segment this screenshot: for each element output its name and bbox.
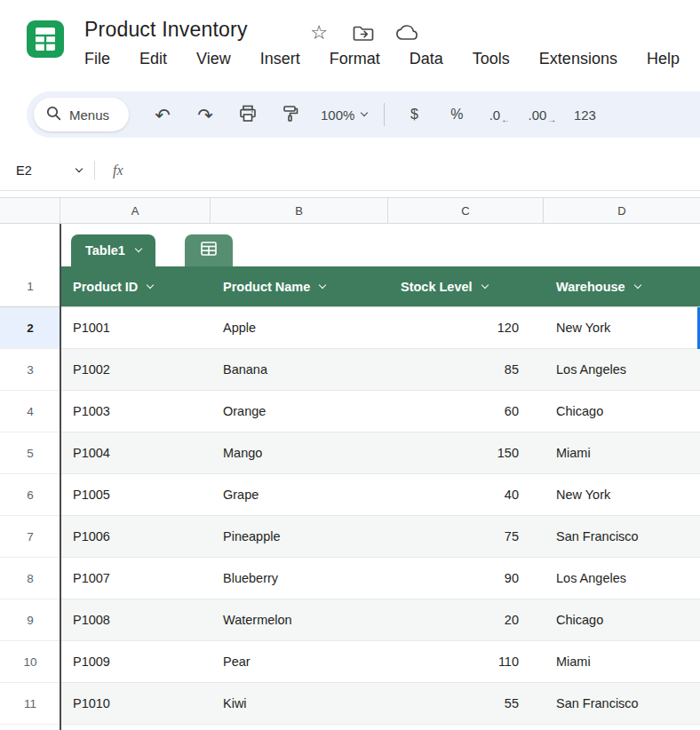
header-warehouse[interactable]: Warehouse xyxy=(544,266,700,307)
chevron-down-icon xyxy=(147,281,154,288)
fx-formula-input[interactable]: fx xyxy=(113,163,123,179)
cell-product-name[interactable]: Mango xyxy=(211,432,388,474)
menu-insert[interactable]: Insert xyxy=(260,50,300,68)
cell-product-id[interactable]: P1004 xyxy=(60,432,211,474)
select-all-corner[interactable] xyxy=(0,198,60,223)
menu-edit[interactable]: Edit xyxy=(139,50,167,68)
cell-product-id[interactable]: P1002 xyxy=(60,349,211,391)
cell-product-name[interactable]: Pear xyxy=(211,641,388,683)
cell-warehouse[interactable]: Miami xyxy=(544,432,700,474)
menu-data[interactable]: Data xyxy=(410,50,443,68)
cell-product-name[interactable]: Apple xyxy=(211,307,388,349)
row-header-9[interactable]: 9 xyxy=(0,599,60,641)
cell-warehouse[interactable]: San Francisco xyxy=(544,683,700,725)
toolbar-divider xyxy=(384,103,385,126)
zoom-selector[interactable]: 100% xyxy=(312,97,376,132)
cell-stock-level[interactable]: 75 xyxy=(388,516,544,558)
cell-stock-level[interactable]: 120 xyxy=(388,307,544,349)
row-header-2[interactable]: 2 xyxy=(0,307,60,349)
name-box[interactable]: E2 xyxy=(0,163,94,178)
row-header-8[interactable]: 8 xyxy=(0,558,60,599)
cell-stock-level[interactable]: 40 xyxy=(388,474,544,516)
cell-warehouse[interactable]: Los Angeles xyxy=(544,349,700,391)
cell-warehouse[interactable]: Miami xyxy=(544,641,700,683)
row-header-4[interactable]: 4 xyxy=(0,391,60,432)
row-header-3[interactable]: 3 xyxy=(0,349,60,391)
column-header-b[interactable]: B xyxy=(211,198,388,223)
sheets-logo-icon[interactable] xyxy=(27,20,64,58)
row-header-10[interactable]: 10 xyxy=(0,641,60,683)
print-button[interactable] xyxy=(227,97,269,132)
cell-product-name[interactable]: Blueberry xyxy=(211,558,388,599)
redo-button[interactable]: ↷ xyxy=(184,97,227,132)
cell-stock-level[interactable]: 150 xyxy=(388,432,544,474)
cell-warehouse[interactable]: New York xyxy=(544,307,700,349)
decrease-decimal-button[interactable]: .0 ← xyxy=(478,97,521,132)
table-name-tab[interactable]: Table1 xyxy=(71,234,155,266)
cell-product-id[interactable]: P1003 xyxy=(60,391,211,432)
document-title[interactable]: Product Inventory xyxy=(84,18,248,42)
cell-warehouse[interactable]: Chicago xyxy=(544,391,700,432)
menu-help[interactable]: Help xyxy=(647,50,680,68)
menu-format[interactable]: Format xyxy=(330,50,380,68)
cell-warehouse[interactable]: Chicago xyxy=(544,599,700,641)
cell-product-name[interactable]: Pineapple xyxy=(211,516,388,558)
cell-product-name[interactable]: Orange xyxy=(211,391,388,432)
cell-stock-level[interactable]: 110 xyxy=(388,641,544,683)
cell-warehouse[interactable]: New York xyxy=(544,474,700,516)
row-header-11[interactable]: 11 xyxy=(0,683,60,725)
cell-stock-level[interactable]: 20 xyxy=(388,599,544,641)
table-row: 5 P1004 Mango 150 Miami xyxy=(0,432,700,474)
format-currency-button[interactable]: $ xyxy=(393,97,435,132)
table-row: 11 P1010 Kiwi 55 San Francisco xyxy=(0,683,700,725)
menu-tools[interactable]: Tools xyxy=(473,50,510,68)
cell-warehouse[interactable]: Los Angeles xyxy=(544,558,700,599)
row-header-5[interactable]: 5 xyxy=(0,432,60,474)
star-icon[interactable]: ☆ xyxy=(306,21,332,44)
cell-product-id[interactable]: P1008 xyxy=(60,599,211,641)
menus-label: Menus xyxy=(69,107,109,123)
cloud-status-icon[interactable] xyxy=(394,21,420,44)
cell-product-id[interactable]: P1006 xyxy=(60,516,211,558)
cell-stock-level[interactable]: 90 xyxy=(388,558,544,599)
cell-product-name[interactable]: Watermelon xyxy=(211,599,388,641)
cell-stock-level[interactable]: 60 xyxy=(388,391,544,432)
search-icon xyxy=(46,106,61,124)
cell-product-id[interactable]: P1009 xyxy=(60,641,211,683)
menu-view[interactable]: View xyxy=(196,50,231,68)
cell-product-id[interactable]: P1010 xyxy=(60,683,211,725)
undo-button[interactable]: ↶ xyxy=(141,97,184,132)
row-header-6[interactable]: 6 xyxy=(0,474,60,516)
format-percent-button[interactable]: % xyxy=(435,97,478,132)
number-format-button[interactable]: 123 xyxy=(563,97,606,132)
menus-search-button[interactable]: Menus xyxy=(34,98,129,131)
cell-product-id[interactable]: P1005 xyxy=(60,474,211,516)
table-left-border xyxy=(60,224,61,730)
table-body: 2 P1001 Apple 120 New York 3 P1002 Banan… xyxy=(0,307,700,725)
paint-format-button[interactable] xyxy=(269,97,312,132)
cell-product-name[interactable]: Kiwi xyxy=(211,683,388,725)
cell-product-name[interactable]: Banana xyxy=(211,349,388,391)
column-header-d[interactable]: D xyxy=(544,198,700,223)
menu-extensions[interactable]: Extensions xyxy=(539,50,617,68)
move-folder-icon[interactable] xyxy=(350,21,377,44)
header-product-id[interactable]: Product ID xyxy=(60,266,211,307)
header-stock-level[interactable]: Stock Level xyxy=(388,266,544,307)
cell-stock-level[interactable]: 85 xyxy=(388,349,544,391)
header-product-name[interactable]: Product Name xyxy=(211,266,388,307)
chevron-down-icon xyxy=(76,164,83,171)
column-header-a[interactable]: A xyxy=(60,198,211,223)
row-header-7[interactable]: 7 xyxy=(0,516,60,558)
cell-stock-level[interactable]: 55 xyxy=(388,683,544,725)
cell-product-id[interactable]: P1001 xyxy=(60,307,211,349)
increase-decimal-button[interactable]: .00 → xyxy=(521,97,563,132)
cell-product-id[interactable]: P1007 xyxy=(60,558,211,599)
cell-product-name[interactable]: Grape xyxy=(211,474,388,516)
spreadsheet-grid: A B C D Table1 1 xyxy=(0,197,700,730)
column-header-c[interactable]: C xyxy=(388,198,544,223)
menu-file[interactable]: File xyxy=(84,50,110,68)
percent-label: % xyxy=(450,107,463,123)
table-options-button[interactable] xyxy=(185,234,233,266)
row-header-1[interactable]: 1 xyxy=(0,266,60,307)
cell-warehouse[interactable]: San Francisco xyxy=(544,516,700,558)
